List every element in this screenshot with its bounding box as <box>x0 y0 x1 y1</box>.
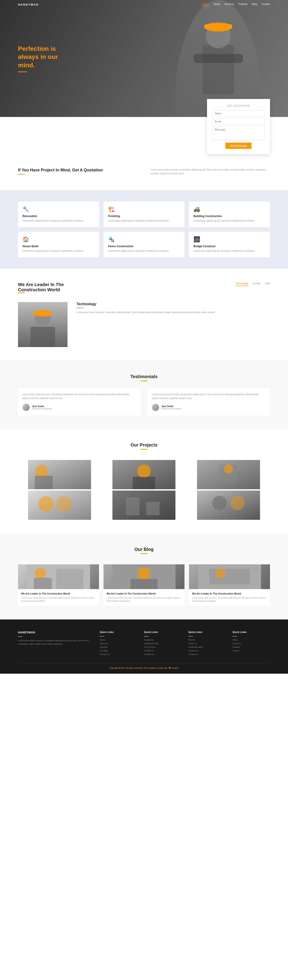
projects-title: Our Projects <box>18 442 270 448</box>
project-image-1 <box>18 460 101 489</box>
nav-links: Home About Services Projects Blog Contac… <box>202 3 270 6</box>
svg-rect-4 <box>204 24 232 29</box>
testimonial-card-2: Lorem ipsum dolor sit amet, consectetur … <box>147 388 270 415</box>
nav-blog[interactable]: Blog <box>252 3 257 6</box>
tab-quality[interactable]: Quality <box>253 282 260 286</box>
tab-staff[interactable]: Staff <box>265 282 270 286</box>
footer-link-item[interactable]: Contact Us <box>188 649 226 652</box>
leader-image-svg <box>18 302 67 347</box>
service-title-finishing: Finishing <box>108 215 180 218</box>
footer-link-item[interactable]: Contact Us <box>188 653 226 655</box>
testimonial-text-2: Lorem ipsum dolor sit amet, consectetur … <box>152 393 266 400</box>
svg-rect-25 <box>146 502 160 515</box>
blog-body-3: We Are Leader In The Construction World … <box>189 589 270 606</box>
footer-link-item[interactable]: Contact Us <box>100 653 137 655</box>
svg-rect-8 <box>30 327 55 347</box>
footer-col-4-title: Quick Links <box>232 631 270 633</box>
footer-about-text: Lorem ipsum dolor sit amet, consectetur … <box>18 639 93 646</box>
svg-rect-35 <box>130 579 158 589</box>
footer-link-item[interactable]: Contact Us <box>144 649 181 652</box>
footer-link-item[interactable]: Privacy <box>232 649 270 652</box>
service-desc-building: Consectetur adipiscing elit. Numquam rep… <box>194 219 266 223</box>
blog-card-title-2: We Are Leader In The Construction World <box>107 592 181 595</box>
nav-services[interactable]: Services <box>224 3 234 6</box>
footer-link-item[interactable]: Find Us <box>188 639 226 641</box>
quotation-wrapper: GET QUOTATION Send Message If You Have P… <box>0 99 288 190</box>
blog-img-svg-3 <box>189 564 270 589</box>
svg-rect-13 <box>35 476 53 489</box>
footer-link-item[interactable]: Home <box>100 639 137 641</box>
email-input[interactable] <box>212 118 264 125</box>
project-thumb-2 <box>102 460 185 489</box>
author-title-1: Client From Facebook <box>32 407 52 410</box>
author-info-2: Jane Smith Client From Facebook <box>161 405 181 410</box>
footer-links-4: Home About Us Portfolio Privacy <box>232 639 270 652</box>
leader-content: Technology Lorem ipsum dolor sit amet, c… <box>18 302 270 347</box>
project-intro-right: Lorem ipsum dolor sit amet, consectetur … <box>151 168 270 175</box>
projects-line <box>141 449 147 450</box>
quotation-section: GET QUOTATION Send Message <box>0 99 288 154</box>
footer-link-item[interactable]: Follow Us <box>188 643 226 644</box>
footer-link-item[interactable]: Services <box>100 646 137 648</box>
service-desc-renovation: Consectetur adipiscing elit. Numquam rep… <box>22 219 94 223</box>
footer-link-item[interactable]: Home <box>232 639 270 641</box>
footer-link-item[interactable]: About Us <box>232 643 270 644</box>
service-card-building: 🚜 Building Construction Consectetur adip… <box>189 202 270 227</box>
project-image-4 <box>18 490 101 520</box>
service-title-bridge: Bridge Construct <box>194 245 266 248</box>
nav-home[interactable]: Home <box>202 3 209 6</box>
tab-technology[interactable]: Technology <box>236 282 248 286</box>
testimonial-author-1: Jane Smith Client From Facebook <box>22 404 136 411</box>
message-input[interactable] <box>212 126 264 140</box>
svg-rect-37 <box>209 569 250 585</box>
leader-text-block: Technology Lorem ipsum dolor sit amet, c… <box>76 302 270 314</box>
author-title-2: Client From Facebook <box>161 407 181 410</box>
footer: HANDYMAN Lorem ipsum dolor sit amet, con… <box>0 619 288 674</box>
svg-rect-26 <box>197 490 260 520</box>
footer-link-item[interactable]: Our Services <box>144 646 181 648</box>
footer-link-item[interactable]: About Us <box>100 643 137 644</box>
footer-link-item[interactable]: Handyman Blog <box>144 643 181 644</box>
blog-card-text-2: Lorem ipsum dolor sit amet, consectetur … <box>107 596 181 603</box>
footer-link-item[interactable]: Portfolio <box>232 646 270 648</box>
author-name-1: Jane Smith <box>32 405 52 407</box>
quotation-title: GET QUOTATION <box>212 104 264 107</box>
footer-links-3: Find Us Follow Us Handyman Blog Contact … <box>188 639 226 655</box>
service-card-house: 🏠 House Build Consectetur adipiscing eli… <box>18 232 99 257</box>
leader-orange-line <box>18 293 25 293</box>
footer-col-4-line <box>232 636 237 636</box>
footer-link-item[interactable]: Contact Us <box>144 653 181 655</box>
svg-rect-10 <box>33 311 52 315</box>
name-input[interactable] <box>212 110 264 116</box>
footer-link-item[interactable]: Our Blog <box>100 649 137 652</box>
author-info-1: Jane Smith Client From Facebook <box>32 405 52 410</box>
navbar: HANDYMAN Home About Services Projects Bl… <box>0 0 288 9</box>
house-icon: 🏠 <box>22 236 94 242</box>
blog-img-svg-2 <box>103 564 185 589</box>
send-message-button[interactable]: Send Message <box>226 143 251 149</box>
footer-links-1: Home About Us Services Our Blog Contact … <box>100 639 137 655</box>
service-desc-finishing: Consectetur adipiscing elit. Numquam rep… <box>108 219 180 223</box>
project-image-5 <box>102 490 185 520</box>
footer-links-2: Handyman Handyman Blog Our Services Cont… <box>144 639 181 655</box>
nav-contact[interactable]: Contact <box>261 3 270 6</box>
nav-projects[interactable]: Projects <box>239 3 248 6</box>
svg-rect-32 <box>56 569 83 589</box>
service-card-fence: 🔩 Fence Construction Consectetur adipisc… <box>103 232 185 257</box>
building-icon: 🚜 <box>194 206 266 212</box>
blog-card-title-3: We Are Leader In The Construction World <box>192 592 267 595</box>
footer-link-item[interactable]: Handyman <box>144 639 181 641</box>
quotation-box: GET QUOTATION Send Message <box>207 99 270 154</box>
nav-logo: HANDYMAN <box>18 3 39 6</box>
blog-section: Our Blog We Are Leader In The Constructi… <box>0 533 288 619</box>
svg-rect-16 <box>133 477 155 489</box>
svg-point-19 <box>224 465 233 474</box>
fence-icon: 🔩 <box>108 236 180 242</box>
footer-brand: HANDYMAN <box>18 631 93 634</box>
blog-img-svg-1 <box>18 564 99 589</box>
nav-about[interactable]: About <box>213 3 220 6</box>
projects-section: Our Projects <box>0 429 288 533</box>
footer-link-item[interactable]: Handyman Blog <box>188 646 226 648</box>
testimonial-avatar-2 <box>152 404 159 411</box>
testimonials-title: Testimonials <box>18 374 270 379</box>
